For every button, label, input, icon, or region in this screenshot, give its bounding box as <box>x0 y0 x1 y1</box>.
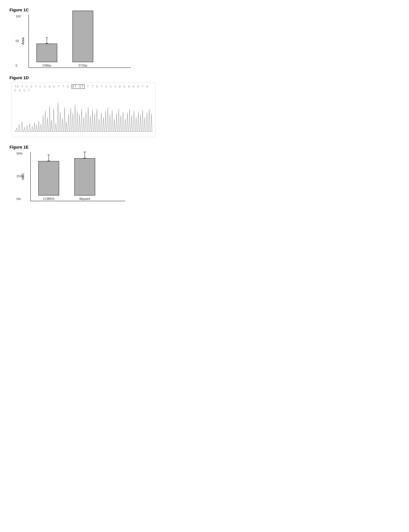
chromatogram-svg <box>14 93 152 134</box>
error-line <box>84 152 85 158</box>
error-cap-bottom <box>84 158 86 158</box>
figure-1d-section: Figure 1D TA T G G T C G A G T T G AT GT… <box>9 75 154 137</box>
bar-cobra-rect <box>38 161 59 196</box>
bar-248bp-label: 248bp <box>42 64 51 67</box>
error-line <box>47 38 47 43</box>
figure-1e-chart: 5MC 50% 25% 0% COBRA <box>30 152 125 201</box>
bar-248bp-rect <box>37 44 57 62</box>
y-tick-labels-1c: 100 50 0 <box>16 15 21 67</box>
y-tick-0: 0 <box>16 64 21 67</box>
sequence-display: TA T G G T C G A G T T G AT GT T T A T G… <box>14 85 152 93</box>
figure-1e-chart-container: 5MC 50% 25% 0% COBRA <box>15 152 133 201</box>
y-tick-100: 100 <box>16 15 21 18</box>
y-tick-50: 50 <box>16 39 21 43</box>
bar-mquant-label: Mquant <box>79 197 90 201</box>
bar-248bp-wrapper <box>37 44 57 62</box>
error-bar-mquant <box>84 152 86 158</box>
y-tick-25pct: 25% <box>17 175 23 178</box>
figure-1c-chart: Area 100 50 0 248bp <box>28 15 131 68</box>
bar-cobra-wrapper <box>38 161 59 196</box>
sequencing-panel: TA T G G T C G A G T T G AT GT T T A T G… <box>11 83 156 137</box>
bar-372bp-rect <box>73 11 93 62</box>
error-bar-cobra <box>47 155 50 161</box>
figure-1e-label: Figure 1E <box>9 145 154 150</box>
bar-mquant: Mquant <box>74 158 95 201</box>
bar-mquant-wrapper <box>74 158 95 196</box>
seq-highlighted: AT GT <box>72 84 85 89</box>
bar-372bp-label: 372bp <box>78 64 87 67</box>
bar-cobra: COBRA <box>38 161 59 201</box>
error-line <box>48 155 49 161</box>
y-axis-label-1c: Area <box>21 37 25 45</box>
y-tick-0pct: 0% <box>17 198 23 201</box>
error-cap-bottom <box>46 43 48 44</box>
y-tick-50pct: 50% <box>17 152 23 155</box>
seq-before: TA T G G T C G A G T T G <box>14 85 69 88</box>
bar-cobra-label: COBRA <box>43 197 55 201</box>
figure-1e-section: Figure 1E 5MC 50% 25% 0% <box>9 145 154 201</box>
figure-1c-section: Figure 1C Area 100 50 0 <box>9 8 154 68</box>
bar-372bp: 372bp <box>73 11 93 67</box>
bar-mquant-rect <box>74 158 95 196</box>
figure-1d-label: Figure 1D <box>9 75 154 80</box>
error-cap-bottom <box>47 161 50 161</box>
bar-372bp-wrapper <box>73 11 93 62</box>
bar-248bp: 248bp <box>37 44 57 67</box>
y-tick-labels-1e: 50% 25% 0% <box>17 152 23 201</box>
figure-1c-chart-container: Area 100 50 0 248bp <box>15 15 133 68</box>
error-bar-248bp <box>46 37 48 44</box>
